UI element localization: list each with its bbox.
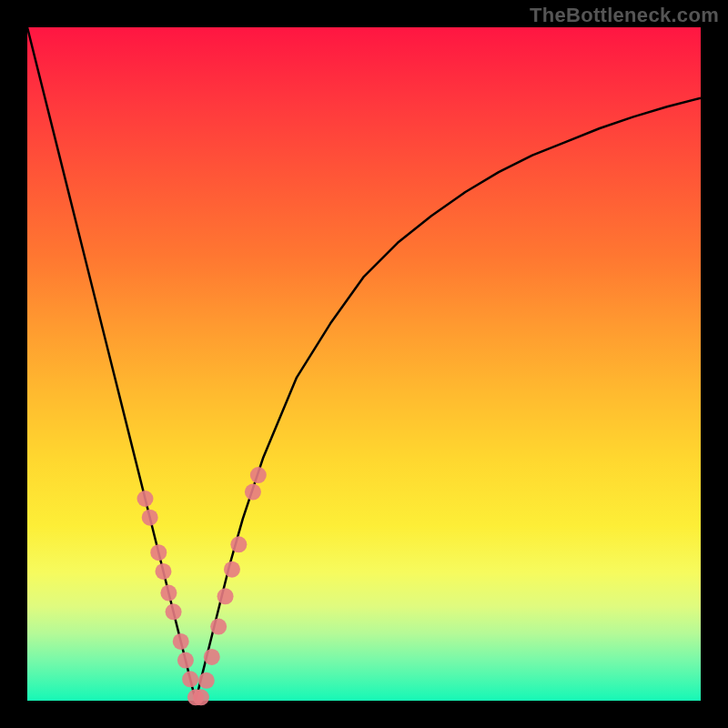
chart-frame: TheBottleneck.com — [0, 0, 728, 728]
data-marker — [182, 671, 198, 687]
data-marker — [224, 561, 240, 578]
data-marker — [204, 649, 220, 665]
plot-area — [27, 27, 701, 701]
data-marker — [150, 544, 167, 561]
bottleneck-curve — [27, 27, 701, 701]
data-marker — [166, 603, 182, 620]
data-marker — [210, 619, 227, 635]
data-marker — [250, 467, 267, 483]
data-marker — [217, 588, 234, 604]
data-marker — [193, 689, 209, 705]
data-marker — [230, 536, 247, 552]
data-marker — [160, 585, 177, 602]
data-marker — [137, 490, 154, 507]
plot-svg — [27, 27, 701, 701]
data-marker — [155, 563, 171, 580]
data-marker — [245, 484, 261, 500]
data-marker — [142, 510, 158, 526]
watermark-text: TheBottleneck.com — [530, 4, 719, 27]
data-marker — [173, 633, 189, 650]
data-marker — [198, 672, 215, 689]
data-marker — [177, 652, 194, 669]
